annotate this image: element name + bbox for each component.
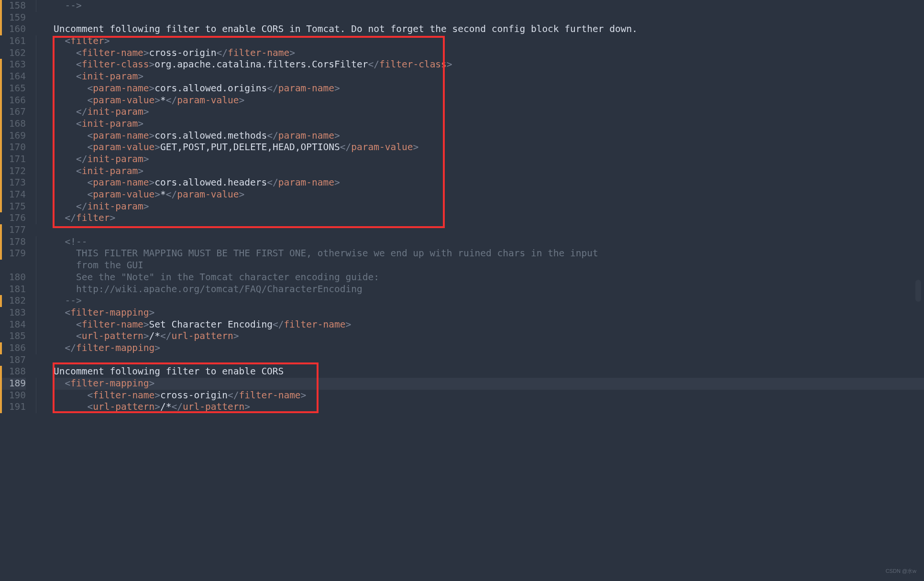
code-line[interactable]: <param-value>*</param-value> — [54, 95, 924, 107]
line-number: 167 — [0, 106, 26, 118]
xml-comment: http://wiki.apache.org/tomcat/FAQ/Charac… — [76, 284, 363, 295]
code-line[interactable]: <filter-mapping> — [54, 378, 924, 390]
line-number: 178 — [0, 236, 26, 248]
code-editor[interactable]: 1581591601611621631641651661671681691701… — [0, 0, 924, 581]
code-line[interactable]: <filter-name>Set Character Encoding</fil… — [54, 319, 924, 331]
code-line[interactable]: <filter> — [54, 35, 924, 47]
code-line[interactable]: <param-name>cors.allowed.origins</param-… — [54, 83, 924, 95]
code-line[interactable]: <init-param> — [54, 165, 924, 177]
code-line[interactable]: <filter-mapping> — [54, 307, 924, 319]
xml-punct: > — [154, 342, 160, 353]
xml-tag: filter-mapping — [70, 307, 149, 318]
xml-tag: param-name — [93, 83, 149, 94]
xml-tag: filter-name — [239, 390, 300, 401]
code-area[interactable]: -->Uncomment following filter to enable … — [34, 0, 924, 581]
xml-punct: </ — [267, 177, 278, 188]
code-line[interactable]: <url-pattern>/*</url-pattern> — [54, 330, 924, 342]
code-line[interactable]: Uncomment following filter to enable COR… — [54, 366, 924, 378]
line-number: 180 — [0, 272, 26, 284]
xml-punct: > — [149, 130, 155, 141]
line-number: 174 — [0, 189, 26, 201]
line-number: 162 — [0, 47, 26, 59]
xml-punct: < — [65, 307, 70, 318]
xml-punct: </ — [172, 401, 183, 412]
code-line[interactable]: <param-name>cors.allowed.methods</param-… — [54, 130, 924, 142]
xml-punct: </ — [160, 330, 171, 341]
line-number: 185 — [0, 330, 26, 342]
code-line[interactable]: </init-param> — [54, 201, 924, 213]
line-number: 189 — [0, 378, 26, 390]
xml-tag: url-pattern — [172, 330, 233, 341]
xml-punct: > — [149, 59, 155, 70]
xml-tag: filter-name — [93, 390, 154, 401]
code-line[interactable]: --> — [54, 295, 924, 307]
xml-tag: filter-mapping — [70, 378, 149, 389]
xml-punct: > — [138, 165, 143, 176]
code-line[interactable]: <param-value>*</param-value> — [54, 189, 924, 201]
code-line[interactable] — [54, 224, 924, 236]
code-line[interactable] — [54, 12, 924, 24]
code-line[interactable]: <param-name>cors.allowed.headers</param-… — [54, 177, 924, 189]
line-number: 170 — [0, 142, 26, 153]
xml-comment: <!-- — [65, 236, 87, 247]
scroll-indicator — [915, 280, 921, 302]
xml-punct: </ — [76, 106, 87, 117]
line-number-gutter: 1581591601611621631641651661671681691701… — [0, 0, 34, 581]
xml-tag: url-pattern — [183, 401, 244, 412]
xml-tag: init-param — [87, 106, 143, 117]
xml-punct: </ — [217, 47, 228, 58]
xml-tag: param-value — [93, 95, 154, 106]
code-line[interactable]: <filter-class>org.apache.catalina.filter… — [54, 59, 924, 71]
xml-tag: filter-name — [82, 47, 143, 58]
xml-punct: > — [143, 319, 149, 330]
line-number: 181 — [0, 284, 26, 296]
code-line[interactable]: http://wiki.apache.org/tomcat/FAQ/Charac… — [54, 284, 924, 296]
code-line[interactable]: THIS FILTER MAPPING MUST BE THE FIRST ON… — [54, 248, 924, 260]
code-line[interactable]: See the "Note" in the Tomcat character e… — [54, 272, 924, 284]
line-number: 176 — [0, 212, 26, 224]
xml-punct: < — [87, 95, 93, 106]
xml-text: org.apache.catalina.filters.CorsFilter — [154, 59, 368, 70]
code-line[interactable]: <filter-name>cross-origin</filter-name> — [54, 390, 924, 402]
code-line[interactable]: <init-param> — [54, 71, 924, 83]
xml-punct: < — [76, 319, 82, 330]
code-line[interactable]: Uncomment following filter to enable COR… — [54, 23, 924, 35]
code-line[interactable]: </init-param> — [54, 153, 924, 165]
xml-punct: > — [233, 330, 239, 341]
xml-punct: > — [239, 189, 244, 200]
code-line[interactable]: <!-- — [54, 236, 924, 248]
xml-punct: > — [149, 378, 155, 389]
xml-punct: > — [154, 142, 160, 153]
xml-text: /* — [160, 401, 171, 412]
xml-punct: </ — [267, 130, 278, 141]
xml-punct: > — [154, 95, 160, 106]
line-number: 164 — [0, 71, 26, 83]
xml-tag: filter-name — [228, 47, 289, 58]
xml-tag: param-value — [177, 189, 239, 200]
xml-punct: < — [65, 35, 70, 46]
code-line[interactable] — [54, 354, 924, 366]
xml-tag: filter-mapping — [76, 342, 154, 353]
code-line[interactable]: <url-pattern>/*</url-pattern> — [54, 401, 924, 413]
code-line[interactable]: <init-param> — [54, 118, 924, 130]
xml-tag: init-param — [82, 118, 138, 129]
xml-punct: < — [87, 401, 93, 412]
code-line[interactable]: <filter-name>cross-origin</filter-name> — [54, 47, 924, 59]
line-number: 186 — [0, 342, 26, 354]
code-line[interactable]: <param-value>GET,POST,PUT,DELETE,HEAD,OP… — [54, 142, 924, 153]
xml-punct: > — [334, 130, 340, 141]
code-line[interactable]: </init-param> — [54, 106, 924, 118]
xml-tag: param-value — [93, 189, 154, 200]
xml-tag: filter — [76, 212, 110, 223]
xml-punct: > — [110, 212, 115, 223]
xml-text: cors.allowed.headers — [154, 177, 267, 188]
line-number: 158 — [0, 0, 26, 12]
line-number: 165 — [0, 83, 26, 95]
xml-comment: --> — [65, 295, 81, 306]
code-line[interactable]: </filter> — [54, 212, 924, 224]
code-line[interactable]: </filter-mapping> — [54, 342, 924, 354]
code-line[interactable]: --> — [54, 0, 924, 12]
xml-punct: </ — [340, 142, 351, 153]
xml-tag: param-name — [278, 177, 334, 188]
code-line[interactable]: from the GUI — [54, 260, 924, 272]
